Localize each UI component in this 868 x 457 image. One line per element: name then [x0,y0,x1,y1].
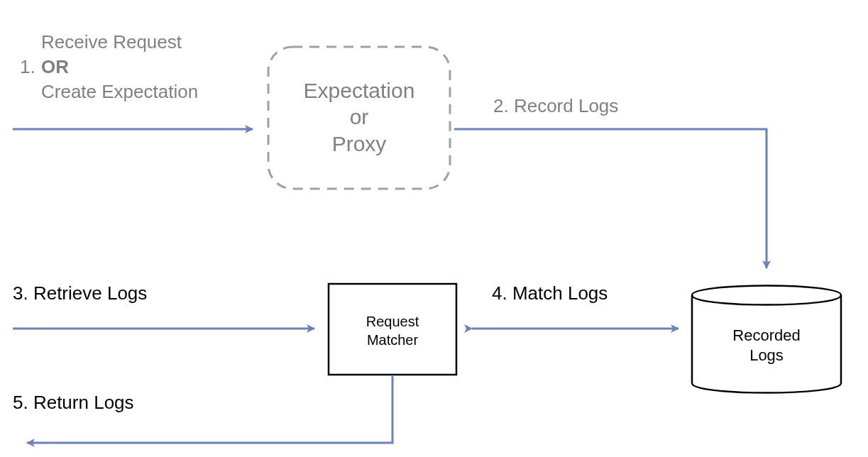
step1-line2: OR [41,56,69,77]
expectation-line1: Expectation [304,79,415,102]
step2-label: 2. Record Logs [493,95,618,116]
step4-label: 4. Match Logs [492,282,608,304]
step1-line3: Create Expectation [41,81,198,102]
matcher-line2: Matcher [367,332,419,348]
matcher-line1: Request [366,314,419,329]
cyl-line1: Recorded [732,326,800,344]
expectation-line3: Proxy [332,132,387,155]
step3-label: 3. Retrieve Logs [13,282,147,304]
expectation-box: Expectation or Proxy [268,47,450,189]
step5-label: 5. Return Logs [13,392,134,413]
arrow-step2 [454,129,767,268]
expectation-line2: or [350,105,369,128]
step1-line1: Receive Request [41,31,182,53]
svg-rect-1 [329,284,456,375]
step1-label: 1. Receive Request OR Create Expectation [20,31,198,102]
recorded-logs-cylinder: Recorded Logs [692,286,841,393]
cyl-line2: Logs [749,346,784,364]
request-matcher-box: Request Matcher [329,284,456,375]
step1-number: 1. [20,56,35,77]
